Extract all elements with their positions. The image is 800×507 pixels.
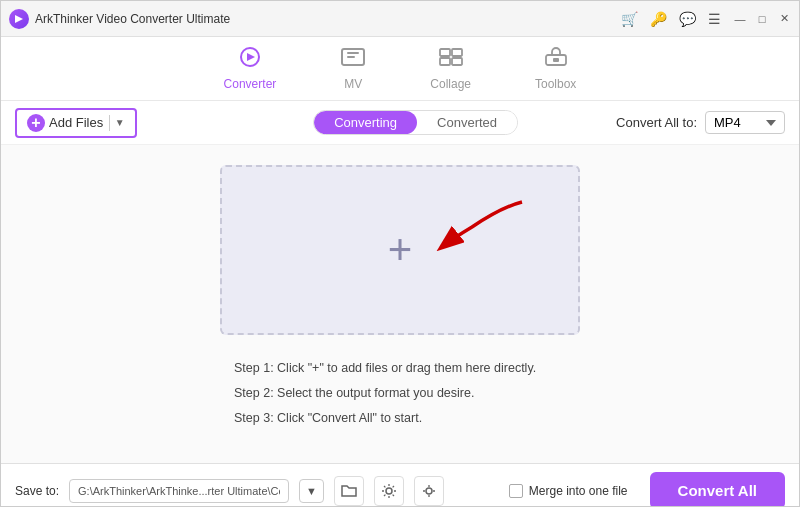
- svg-rect-6: [440, 58, 450, 65]
- convert-all-to-label: Convert All to:: [616, 115, 697, 130]
- converting-tab-button[interactable]: Converting: [314, 111, 417, 134]
- menu-icon[interactable]: ☰: [708, 11, 721, 27]
- svg-marker-0: [15, 15, 23, 23]
- settings-icon-button-2[interactable]: [414, 476, 444, 506]
- tab-mv-label: MV: [344, 77, 362, 91]
- tab-toolbox-label: Toolbox: [535, 77, 576, 91]
- converter-icon: [238, 46, 262, 73]
- app-icon: [9, 9, 29, 29]
- drop-zone-plus: +: [388, 229, 413, 271]
- tab-switcher: Converting Converted: [313, 110, 518, 135]
- minimize-button[interactable]: —: [733, 12, 747, 26]
- step-1: Step 1: Click "+" to add files or drag t…: [234, 359, 566, 378]
- cart-icon[interactable]: 🛒: [621, 11, 638, 27]
- mv-icon: [340, 46, 366, 73]
- plus-icon: +: [27, 114, 45, 132]
- collage-icon: [438, 46, 464, 73]
- save-to-label: Save to:: [15, 484, 59, 498]
- window-controls: — □ ✕: [733, 12, 791, 26]
- svg-point-12: [426, 488, 432, 494]
- add-files-label: Add Files: [49, 115, 103, 130]
- title-bar-right: 🛒 🔑 💬 ☰ — □ ✕: [621, 11, 791, 27]
- path-dropdown-button[interactable]: ▼: [299, 479, 324, 503]
- red-arrow: [422, 197, 532, 257]
- tab-mv[interactable]: MV: [328, 40, 378, 97]
- folder-icon-button[interactable]: [334, 476, 364, 506]
- save-path-input[interactable]: [69, 479, 289, 503]
- converted-tab-button[interactable]: Converted: [417, 111, 517, 134]
- steps-container: Step 1: Click "+" to add files or drag t…: [220, 349, 580, 443]
- nav-tabs: Converter MV Collage: [1, 37, 799, 101]
- main-content: + Step 1: Click "+" to add files or drag…: [1, 145, 799, 463]
- svg-marker-2: [247, 53, 255, 61]
- key-icon[interactable]: 🔑: [650, 11, 667, 27]
- tab-toolbox[interactable]: Toolbox: [523, 40, 588, 97]
- drop-zone[interactable]: +: [220, 165, 580, 335]
- add-files-button[interactable]: + Add Files ▼: [15, 108, 137, 138]
- svg-point-11: [386, 488, 392, 494]
- tab-collage[interactable]: Collage: [418, 40, 483, 97]
- maximize-button[interactable]: □: [755, 12, 769, 26]
- title-bar-left: ArkThinker Video Converter Ultimate: [9, 9, 230, 29]
- close-button[interactable]: ✕: [777, 12, 791, 26]
- tab-converter[interactable]: Converter: [212, 40, 289, 97]
- step-3: Step 3: Click "Convert All" to start.: [234, 409, 566, 428]
- svg-rect-9: [553, 58, 559, 62]
- svg-rect-5: [452, 49, 462, 56]
- title-bar: ArkThinker Video Converter Ultimate 🛒 🔑 …: [1, 1, 799, 37]
- merge-label: Merge into one file: [529, 484, 628, 498]
- svg-rect-4: [440, 49, 450, 56]
- settings-icon-button-1[interactable]: [374, 476, 404, 506]
- app-title: ArkThinker Video Converter Ultimate: [35, 12, 230, 26]
- bottom-bar: Save to: ▼ Merge into one file Convert A…: [1, 463, 799, 507]
- convert-all-button[interactable]: Convert All: [650, 472, 785, 507]
- chat-icon[interactable]: 💬: [679, 11, 696, 27]
- convert-all-to-section: Convert All to: MP4 MKV AVI MOV WMV: [616, 111, 785, 134]
- merge-section: Merge into one file: [509, 484, 628, 498]
- svg-rect-7: [452, 58, 462, 65]
- merge-checkbox[interactable]: [509, 484, 523, 498]
- toolbar: + Add Files ▼ Converting Converted Conve…: [1, 101, 799, 145]
- add-files-dropdown-arrow[interactable]: ▼: [109, 115, 125, 131]
- tab-converter-label: Converter: [224, 77, 277, 91]
- format-select[interactable]: MP4 MKV AVI MOV WMV: [705, 111, 785, 134]
- toolbox-icon: [543, 46, 569, 73]
- tab-collage-label: Collage: [430, 77, 471, 91]
- step-2: Step 2: Select the output format you des…: [234, 384, 566, 403]
